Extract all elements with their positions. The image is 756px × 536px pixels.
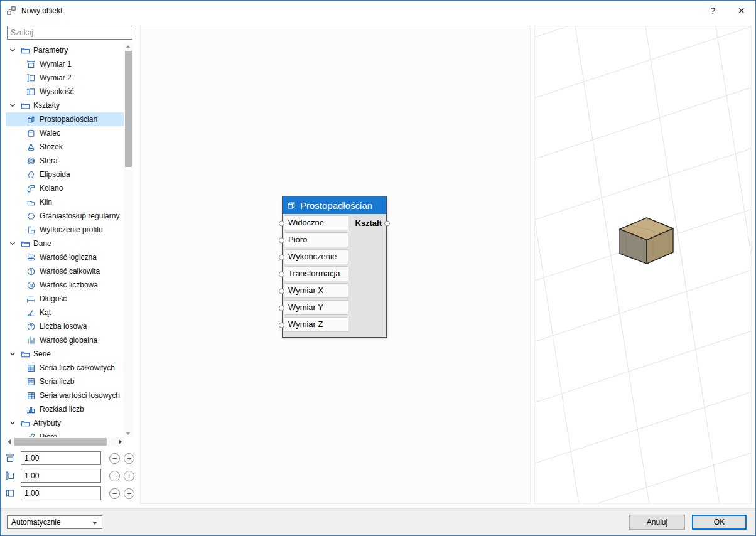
integer-icon [26,266,36,276]
random-icon [26,321,36,331]
tree-item-prostopadloscian[interactable]: Prostopadłościan [6,112,124,126]
height-icon [26,87,36,97]
node-header[interactable]: Prostopadłościan [283,196,386,214]
tree-item-wymiar-1[interactable]: Wymiar 1 [6,57,124,71]
tree-item-graniastoslup-regularny[interactable]: Graniastosłup regularny [6,209,124,223]
tree-horizontal-scrollbar[interactable] [6,437,124,446]
spinner-input-3[interactable] [21,486,101,500]
tree-item-dlugosc[interactable]: Długość [6,292,124,306]
scroll-left-icon[interactable] [8,439,11,444]
tree-item-label: Elipsoida [40,170,70,179]
tree-item-sfera[interactable]: Sfera [6,154,124,168]
tree-item-elipsoida[interactable]: Elipsoida [6,168,124,181]
tree-item-label: Klin [40,198,52,206]
chevron-down-icon[interactable] [9,351,17,357]
scroll-right-icon[interactable] [119,439,122,444]
tree-item-atrybuty[interactable]: Atrybuty [6,416,124,430]
node-row-wymiar-y: Wymiar Y [283,299,386,316]
chevron-down-icon[interactable] [9,420,17,426]
tree-item-wartosc-globalna[interactable]: Wartość globalna [6,333,124,347]
tree-item-label: Seria wartości losowych [40,391,120,400]
tree-item-seria-wartosci-losowych[interactable]: Seria wartości losowych [6,389,124,402]
node-canvas[interactable]: Prostopadłościan WidoczneKształtPióroWyk… [140,26,531,504]
tree-item-wartosc-liczbowa[interactable]: Wartość liczbowa [6,278,124,292]
boolean-icon [26,252,36,262]
vertical-scrollbar-thumb[interactable] [125,51,132,167]
tree-item-kat[interactable]: Kąt [6,306,124,319]
horizontal-scrollbar-thumb[interactable] [14,438,107,446]
node-title: Prostopadłościan [300,200,372,211]
preview-3d-viewport[interactable] [534,26,752,504]
parameter-spinners: −+−+−+ [4,451,134,504]
chevron-down-icon [92,522,97,525]
help-button[interactable]: ? [699,1,727,21]
random-series-icon [26,390,36,400]
node-output-label: Kształt [355,215,382,232]
tree-item-seria-liczb[interactable]: Seria liczb [6,375,124,389]
tree-item-seria-liczb-calkowitych[interactable]: Seria liczb całkowitych [6,361,124,375]
tree-item-wartosc-logiczna[interactable]: Wartość logiczna [6,250,124,264]
folder-icon [20,418,30,428]
tree-item-liczba-losowa[interactable]: Liczba losowa [6,319,124,333]
decrease-button[interactable]: − [109,488,120,499]
spinner-input-2[interactable] [21,469,101,483]
chevron-down-icon[interactable] [9,47,17,53]
profile-icon [26,225,36,235]
chevron-down-icon[interactable] [9,102,17,109]
scroll-up-icon[interactable] [126,45,131,48]
prostopadloscian-node[interactable]: Prostopadłościan WidoczneKształtPióroWyk… [282,196,387,338]
dimension1-icon [4,453,16,464]
tree-item-label: Rozkład liczb [40,405,84,414]
spinner-row-1: −+ [4,451,134,465]
tree-item-label: Kąt [40,308,51,317]
tree-item-dane[interactable]: Dane [6,237,124,250]
dimension2-icon [26,73,36,83]
object-icon [6,6,16,16]
preview-mode-dropdown[interactable]: Automatycznie [7,515,102,529]
increase-button[interactable]: + [124,453,134,464]
distribution-icon [26,404,36,414]
search-input[interactable] [7,26,132,40]
tree-item-label: Wartość całkowita [40,267,100,276]
elbow-icon [26,183,36,193]
cancel-button[interactable]: Anuluj [629,515,685,530]
node-input-label: Wymiar Y [284,300,348,315]
tree-item-ksztalty[interactable]: Kształty [6,99,124,112]
tree-item-wysokosc[interactable]: Wysokość [6,85,124,99]
preview-scene [535,26,752,504]
ok-button[interactable]: OK [692,515,747,530]
tree-item-stozek[interactable]: Stożek [6,140,124,154]
node-input-label: Pióro [284,232,348,247]
decrease-button[interactable]: − [109,471,120,481]
tree-vertical-scrollbar[interactable] [124,43,133,437]
tree-item-wymiar-2[interactable]: Wymiar 2 [6,71,124,85]
tree-item-rozklad-liczb[interactable]: Rozkład liczb [6,402,124,416]
decrease-button[interactable]: − [109,453,120,464]
sphere-icon [26,156,36,166]
tree-item-pioro[interactable]: Pióro [6,430,124,437]
increase-button[interactable]: + [124,471,134,481]
pen-icon [26,432,36,437]
tree-item-label: Seria liczb całkowitych [40,363,115,372]
tree-item-wytloczenie-profilu[interactable]: Wytłoczenie profilu [6,223,124,237]
tree-item-wartosc-calkowita[interactable]: Wartość całkowita [6,264,124,278]
close-button[interactable]: ✕ [727,1,755,21]
tree-item-walec[interactable]: Walec [6,126,124,140]
cube-icon [286,200,296,210]
integer-series-icon [26,363,36,373]
tree-item-label: Wartość liczbowa [40,281,98,289]
tree-item-label: Stożek [40,142,63,151]
chevron-down-icon[interactable] [9,240,17,247]
spinner-input-1[interactable] [21,451,101,465]
node-input-label: Wymiar Z [284,317,348,332]
tree-item-serie[interactable]: Serie [6,347,124,361]
tree-item-klin[interactable]: Klin [6,195,124,209]
cone-icon [26,142,36,152]
output-port-ksztalt[interactable] [384,220,390,226]
tree-item-parametry[interactable]: Parametry [6,43,124,57]
tree-item-label: Parametry [33,46,68,55]
tree-item-kolano[interactable]: Kolano [6,181,124,195]
increase-button[interactable]: + [124,488,134,499]
scroll-down-icon[interactable] [126,432,131,435]
tree-item-label: Prostopadłościan [40,115,97,124]
